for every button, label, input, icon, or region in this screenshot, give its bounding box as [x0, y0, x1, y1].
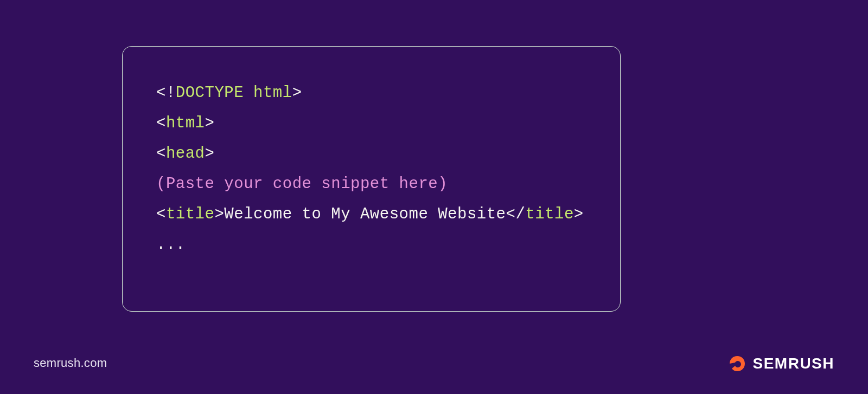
title-text: Welcome to My Awesome Website	[224, 205, 506, 223]
tag-title-close: title	[525, 205, 574, 223]
bracket: >	[292, 84, 302, 102]
tag-html: html	[166, 114, 205, 132]
brand-name: SEMRUSH	[752, 355, 834, 372]
code-line-head: <head>	[156, 139, 586, 169]
tag-title-open: title	[166, 205, 215, 223]
code-line-title: <title>Welcome to My Awesome Website</ti…	[156, 199, 586, 230]
code-line-doctype: <!DOCTYPE html>	[156, 78, 586, 108]
bracket: >	[574, 205, 584, 223]
code-line-placeholder: (Paste your code snippet here)	[156, 169, 586, 199]
brand-logo: SEMRUSH	[725, 353, 834, 374]
bracket: </	[506, 205, 526, 223]
footer-url: semrush.com	[34, 356, 107, 370]
code-line-ellipsis: ...	[156, 230, 586, 260]
svg-point-0	[736, 363, 740, 366]
bracket: >	[214, 205, 224, 223]
bracket: >	[205, 114, 215, 132]
code-snippet-box: <!DOCTYPE html> <html> <head> (Paste you…	[122, 46, 621, 312]
tag-head: head	[166, 145, 205, 163]
bracket: <	[156, 145, 166, 163]
bracket: <	[156, 205, 166, 223]
bracket: >	[205, 145, 215, 163]
tag-doctype: DOCTYPE html	[176, 84, 292, 102]
semrush-flame-icon	[725, 353, 747, 374]
bracket: <!	[156, 84, 176, 102]
bracket: <	[156, 114, 166, 132]
code-line-html: <html>	[156, 108, 586, 139]
